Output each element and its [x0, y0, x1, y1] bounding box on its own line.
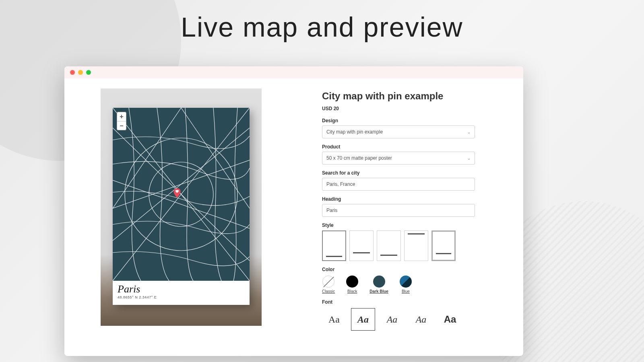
heart-pin-icon[interactable]: [172, 188, 182, 198]
style-option-3[interactable]: [377, 230, 401, 261]
zoom-controls: + −: [117, 112, 126, 130]
heading-value: Paris: [326, 208, 337, 213]
style-option-5[interactable]: [431, 230, 456, 261]
style-option-2[interactable]: [349, 230, 374, 261]
search-value: Paris, France: [326, 181, 355, 187]
color-blue[interactable]: Blue: [400, 276, 412, 294]
style-options: [322, 230, 475, 261]
heading-label: Heading: [322, 196, 475, 202]
font-options: Aa Aa Aa Aa Aa: [322, 308, 475, 331]
swatch-darkblue-icon: [373, 276, 385, 288]
poster-footer: Paris 48.8655° N 2.3447° E: [113, 281, 250, 305]
font-option-1[interactable]: Aa: [322, 308, 346, 331]
color-black-label: Black: [347, 289, 357, 294]
preview-pane: + − Paris 48.8655° N 2.3447° E: [64, 78, 266, 356]
swatch-black-icon: [346, 276, 358, 288]
design-value: City map with pin example: [326, 129, 383, 135]
app-window: + − Paris 48.8655° N 2.3447° E: [64, 66, 523, 356]
search-label: Search for a city: [322, 170, 475, 176]
color-classic[interactable]: Classic: [322, 276, 335, 294]
design-label: Design: [322, 118, 475, 123]
color-darkblue-label: Dark Blue: [369, 289, 388, 294]
close-icon[interactable]: [70, 70, 75, 75]
chevron-down-icon: ⌄: [467, 156, 471, 160]
style-option-4[interactable]: [404, 230, 428, 261]
config-pane: City map with pin example USD 20 Design …: [266, 78, 523, 356]
poster-coordinates: 48.8655° N 2.3447° E: [118, 295, 245, 299]
city-search-input[interactable]: Paris, France: [322, 178, 475, 191]
swatch-classic-icon: [322, 276, 334, 288]
color-blue-label: Blue: [402, 289, 410, 294]
design-select[interactable]: City map with pin example ⌄: [322, 125, 475, 138]
font-option-2[interactable]: Aa: [351, 308, 375, 331]
color-black[interactable]: Black: [346, 276, 358, 294]
color-darkblue[interactable]: Dark Blue: [369, 276, 388, 294]
zoom-out-button[interactable]: −: [117, 121, 126, 130]
poster-stage: + − Paris 48.8655° N 2.3447° E: [101, 88, 262, 326]
font-option-4[interactable]: Aa: [409, 308, 433, 331]
font-option-3[interactable]: Aa: [380, 308, 404, 331]
poster-preview: + − Paris 48.8655° N 2.3447° E: [113, 108, 250, 305]
style-option-1[interactable]: [322, 230, 346, 261]
window-content: + − Paris 48.8655° N 2.3447° E: [64, 78, 523, 356]
zoom-in-button[interactable]: +: [117, 112, 126, 121]
color-classic-label: Classic: [322, 289, 335, 294]
color-options: Classic Black Dark Blue Blue: [322, 276, 475, 294]
maximize-icon[interactable]: [86, 70, 91, 75]
font-option-5[interactable]: Aa: [438, 308, 462, 331]
product-label: Product: [322, 144, 475, 150]
map-canvas[interactable]: + −: [113, 108, 250, 281]
product-title: City map with pin example: [322, 90, 475, 102]
swatch-blue-icon: [400, 276, 412, 288]
font-label: Font: [322, 299, 475, 305]
heading-input[interactable]: Paris: [322, 204, 475, 217]
product-price: USD 20: [322, 106, 475, 111]
minimize-icon[interactable]: [78, 70, 83, 75]
style-label: Style: [322, 222, 475, 228]
poster-city-name: Paris: [118, 283, 245, 295]
product-select[interactable]: 50 x 70 cm matte paper poster ⌄: [322, 152, 475, 165]
color-label: Color: [322, 267, 475, 272]
page-title: Live map and preview: [0, 11, 644, 43]
chevron-down-icon: ⌄: [467, 130, 471, 134]
window-titlebar: [64, 66, 523, 78]
product-value: 50 x 70 cm matte paper poster: [326, 155, 392, 161]
